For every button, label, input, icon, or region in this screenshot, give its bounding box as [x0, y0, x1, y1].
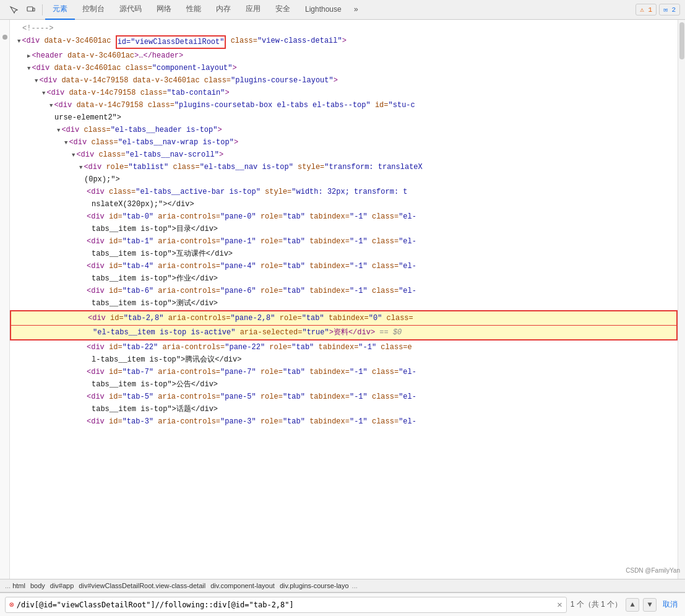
tag: <div — [87, 186, 109, 197]
breadcrumb-component-layout[interactable]: div.component-layout — [209, 582, 277, 589]
attr-name: class= — [368, 416, 399, 427]
attr-name: class= — [368, 285, 399, 297]
search-clear-button[interactable]: ✕ — [557, 599, 562, 610]
dom-line-tab28-1[interactable]: <div id="tab-2,8" aria-controls="pane-2,… — [10, 310, 678, 326]
triangle-expand[interactable] — [17, 35, 20, 46]
dom-line-tabs-nav-1[interactable]: <div role="tablist" class="el-tabs__nav … — [10, 161, 678, 173]
triangle-expand[interactable] — [27, 50, 30, 61]
attr-value: "tab" — [291, 342, 314, 353]
dom-line-tab6-1[interactable]: <div id="tab-6" aria-controls="pane-6" r… — [10, 285, 678, 297]
attr-name: tabindex= — [305, 236, 350, 247]
tab-console[interactable]: 控制台 — [75, 0, 112, 20]
search-next-button[interactable]: ▼ — [643, 598, 657, 612]
attr-name: aria-selected= — [235, 327, 302, 338]
triangle-expand[interactable] — [35, 75, 38, 86]
breadcrumb-body[interactable]: body — [28, 582, 47, 589]
search-input[interactable] — [17, 601, 557, 609]
dom-line-component-layout[interactable]: <div data-v-3c4601ac class="component-la… — [10, 62, 678, 74]
triangle-expand[interactable] — [64, 137, 67, 148]
attr-value: "-1" — [350, 391, 368, 402]
tab-memory[interactable]: 内存 — [209, 0, 238, 20]
dom-line-active-bar-1[interactable]: <div class="el-tabs__active-bar is-top" … — [10, 186, 678, 198]
dom-line-tabs-nav-2[interactable]: (0px);"> — [10, 173, 678, 186]
tag: >资料</div> — [329, 327, 375, 338]
search-input-wrapper: ⊗ ✕ — [5, 597, 567, 613]
dom-line-tab5-2[interactable]: tabs__item is-top">话题</div> — [10, 403, 678, 415]
search-cancel-button[interactable]: 取消 — [660, 599, 680, 610]
breadcrumb-bar: ... html body div#app div#viewClassDetai… — [0, 579, 685, 592]
dom-line-tab0-2[interactable]: tabs__item is-top">目录</div> — [10, 223, 678, 235]
attr-name: tabindex= — [305, 285, 350, 297]
triangle-expand[interactable] — [27, 63, 30, 74]
tab-sources[interactable]: 源代码 — [112, 0, 149, 20]
attr-name: class= — [368, 211, 399, 222]
triangle-expand[interactable] — [57, 124, 60, 136]
triangle-expand[interactable] — [72, 149, 75, 160]
triangle-expand[interactable] — [79, 162, 82, 173]
attr-name: data-v-14c79158 — [61, 75, 132, 86]
message-badge[interactable]: ✉ 2 — [659, 4, 680, 15]
cursor-icon[interactable] — [5, 1, 22, 19]
dom-line-tab0-1[interactable]: <div id="tab-0" aria-controls="pane-0" r… — [10, 210, 678, 223]
breadcrumb-plugins[interactable]: div.plugins-course-layo — [278, 582, 351, 589]
dom-line-tab7-2[interactable]: tabs__item is-top">公告</div> — [10, 378, 678, 391]
box-icon[interactable] — [22, 1, 40, 19]
attr-name: data-v-3c4601ac — [67, 50, 134, 61]
attr-value: "tab-4" — [123, 261, 153, 272]
breadcrumb-html[interactable]: html — [11, 582, 27, 589]
attr-value: "pane-3" — [220, 416, 256, 427]
dom-line-tab22-1[interactable]: <div id="tab-22" aria-controls="pane-22"… — [10, 341, 678, 354]
dom-line-tab4-2[interactable]: tabs__item is-top">作业</div> — [10, 272, 678, 285]
attr-value: "stu-c — [389, 100, 415, 111]
tab-elements[interactable]: 元素 — [45, 0, 75, 20]
attr-value: "-1" — [358, 342, 376, 353]
tab-security[interactable]: 安全 — [268, 0, 298, 20]
attr-name: tabindex= — [305, 391, 350, 402]
more-tabs-button[interactable]: » — [349, 0, 363, 20]
dom-line-header[interactable]: <header data-v-3c4601ac >…</header> — [10, 50, 678, 62]
dom-line-tabs-nav-wrap[interactable]: <div class="el-tabs__nav-wrap is-top"> — [10, 136, 678, 149]
dom-line-tab5-1[interactable]: <div id="tab-5" aria-controls="pane-5" r… — [10, 391, 678, 403]
tab-lighthouse[interactable]: Lighthouse — [298, 0, 349, 20]
tab-application[interactable]: 应用 — [238, 0, 268, 20]
search-prev-button[interactable]: ▲ — [626, 598, 639, 612]
tab-network[interactable]: 网络 — [149, 0, 179, 20]
attr-name: class= — [368, 236, 399, 247]
triangle-expand[interactable] — [50, 100, 53, 111]
dom-line-tab3-1[interactable]: <div id="tab-3" aria-controls="pane-3" r… — [10, 415, 678, 428]
dom-line-tab6-2[interactable]: tabs__item is-top">测试</div> — [10, 297, 678, 310]
attr-name: aria-controls= — [153, 391, 220, 402]
tab-performance[interactable]: 性能 — [179, 0, 209, 20]
attr-name: tabindex= — [314, 342, 358, 353]
text-node: tabs__item is-top">目录</div> — [92, 223, 218, 235]
dom-tree-panel[interactable]: <!----> <div data-v-3c4601ac id="viewCla… — [10, 20, 678, 616]
gutter-dot — [2, 22, 7, 27]
warning-badge[interactable]: ⚠ 1 — [635, 4, 657, 15]
dom-line-tab1-2[interactable]: tabs__item is-top">互动课件</div> — [10, 248, 678, 260]
dom-line-tab7-1[interactable]: <div id="tab-7" aria-controls="pane-7" r… — [10, 366, 678, 378]
dom-line-tab28-2[interactable]: "el-tabs__item is-top is-active" aria-se… — [10, 326, 678, 341]
dom-line-plugins-course-layout[interactable]: <div data-v-14c79158 data-v-3c4601ac cla… — [10, 74, 678, 87]
triangle-expand[interactable] — [42, 87, 45, 98]
dom-line-tabs-nav-scroll[interactable]: <div class="el-tabs__nav-scroll"> — [10, 149, 678, 161]
dom-line-tabs-header[interactable]: <div class="el-tabs__header is-top"> — [10, 124, 678, 136]
dom-line-root-div[interactable]: <div data-v-3c4601ac id="viewClassDetail… — [10, 35, 678, 50]
dom-line-active-bar-2[interactable]: nslateX(320px);"></div> — [10, 198, 678, 210]
attr-value: "pane-1" — [220, 236, 256, 247]
dom-line-tab1-1[interactable]: <div id="tab-1" aria-controls="pane-1" r… — [10, 235, 678, 248]
dom-line-tab-contain[interactable]: <div data-v-14c79158 class="tab-contain"… — [10, 87, 678, 99]
breadcrumb-app[interactable]: div#app — [48, 582, 76, 589]
attr-name: id= — [109, 342, 123, 353]
dom-line-coursetab-box-2[interactable]: urse-element2"> — [10, 111, 678, 124]
dom-line-tab4-1[interactable]: <div id="tab-4" aria-controls="pane-4" r… — [10, 260, 678, 272]
attr-name: aria-controls= — [153, 416, 220, 427]
dom-line-coursetab-box-1[interactable]: <div data-v-14c79158 class="plugins-cour… — [10, 99, 678, 111]
scrollbar-thumb[interactable] — [679, 22, 684, 59]
attr-name: class= — [148, 100, 174, 111]
attr-name: data-v-3c4601ac — [133, 75, 204, 86]
dom-line-comment[interactable]: <!----> — [10, 22, 678, 35]
breadcrumb-root[interactable]: div#viewClassDetailRoot.view-class-detai… — [77, 582, 207, 589]
scrollbar[interactable] — [678, 20, 685, 616]
dom-line-tab22-2[interactable]: l-tabs__item is-top">腾讯会议</div> — [10, 354, 678, 366]
tag: > — [234, 137, 238, 148]
